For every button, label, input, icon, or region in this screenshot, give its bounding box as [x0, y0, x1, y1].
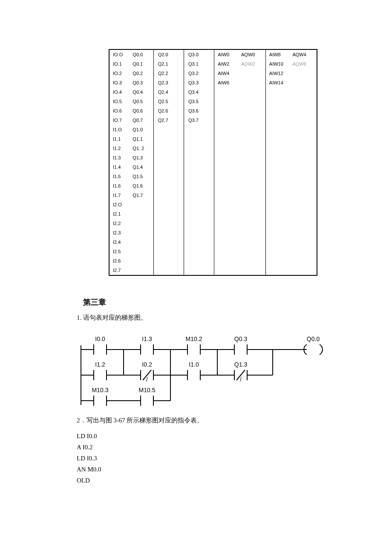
table-row: IO.4Q0.4Q2.4Q3.4 — [109, 87, 317, 97]
instruction-line: OLD — [77, 475, 315, 486]
table-row: I2.6 — [109, 256, 317, 266]
table-row: IO.OQ0.0Q2.0Q3.0AIW0AQW0AIW8AQW4 — [109, 49, 317, 59]
exercise-1-text: 1. 语句表对应的梯形图。 — [77, 314, 315, 322]
table-row: I1.4Q1.4 — [109, 162, 317, 172]
table-row: I1.7Q1.7 — [109, 191, 317, 200]
io-address-table: IO.OQ0.0Q2.0Q3.0AIW0AQW0AIW8AQW4IO.1Q0.1… — [109, 49, 317, 276]
table-row: I1.3Q1.3 — [109, 153, 317, 162]
instruction-list: LD I0.0A I0.2LD I0.3AN M0.0OLD — [77, 431, 315, 486]
table-row: I2.O — [109, 200, 317, 209]
table-row: I1.2Q1. 2 — [109, 144, 317, 153]
table-row: I1.OQ1.0 — [109, 125, 317, 134]
chapter-heading: 第三章 — [83, 297, 315, 307]
table-row: IO.7Q0.7Q2.7Q3.7 — [109, 116, 317, 125]
svg-text:I1.2: I1.2 — [95, 361, 105, 368]
table-row: I2.7 — [109, 266, 317, 275]
svg-text:Q0.0: Q0.0 — [307, 335, 320, 342]
table-row: I1.1Q1.1 — [109, 134, 317, 144]
table-row: IO.3Q0.3Q2.3Q3.3AIW6AIW14 — [109, 78, 317, 87]
ladder-diagram: I0.0 I1.3 M10.2 Q0.3 Q0.0 I1.2 I0.2 I1.0… — [77, 332, 339, 407]
table-row: I1.6Q1.6 — [109, 181, 317, 191]
svg-text:I0.0: I0.0 — [95, 335, 105, 342]
instruction-line: A I0.2 — [77, 442, 315, 452]
table-row: IO.2Q0.2Q2.2Q3.2AIW4AIW12 — [109, 69, 317, 78]
table-row: IO.1Q0.1Q2.1Q3.1AIW2AQW2AIW10AQW6 — [109, 59, 317, 69]
table-row: I2.4 — [109, 237, 317, 247]
table-row: IO.6Q0.6Q2.6Q3.6 — [109, 106, 317, 116]
instruction-line: AN M0.0 — [77, 464, 315, 474]
table-row: IO.5Q0.5Q2.5Q3.5 — [109, 97, 317, 106]
svg-text:M10.3: M10.3 — [92, 387, 109, 393]
table-row: I2.3 — [109, 228, 317, 237]
table-row: I2.2 — [109, 219, 317, 228]
svg-text:I0.2: I0.2 — [142, 361, 152, 368]
svg-text:M10.2: M10.2 — [186, 335, 202, 342]
svg-text:I1.0: I1.0 — [189, 361, 199, 368]
instruction-line: LD I0.0 — [77, 431, 315, 441]
svg-text:/: / — [146, 376, 148, 383]
table-row: I1.5Q1.5 — [109, 172, 317, 181]
table-row: I2.5 — [109, 247, 317, 256]
table-row: I2.1 — [109, 209, 317, 219]
svg-text:M10.5: M10.5 — [139, 387, 156, 393]
svg-text:/: / — [240, 376, 242, 383]
svg-text:Q1.3: Q1.3 — [234, 361, 248, 368]
svg-text:Q0.3: Q0.3 — [234, 335, 248, 342]
svg-text:I1.3: I1.3 — [142, 335, 152, 342]
exercise-2-text: 2．写出与图 3-67 所示梯形图对应的指令表。 — [77, 416, 315, 425]
instruction-line: LD I0.3 — [77, 453, 315, 463]
